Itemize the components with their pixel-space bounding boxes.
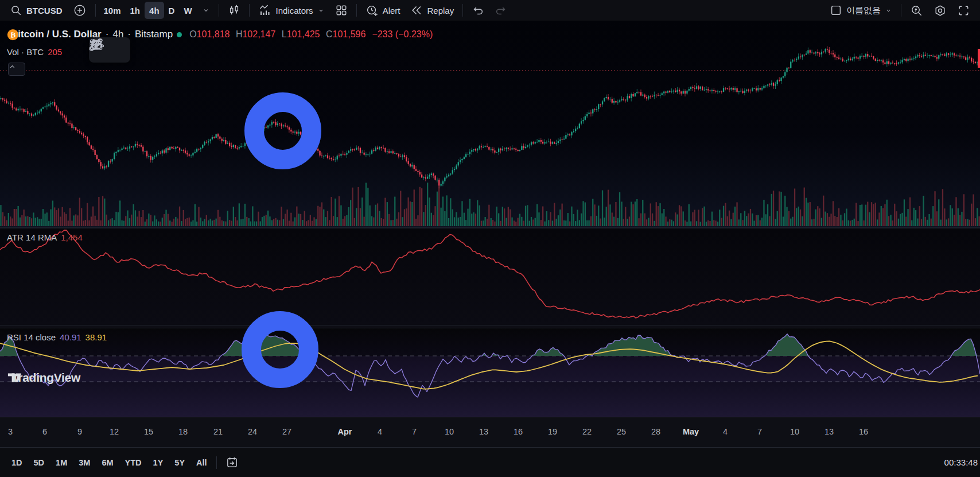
alert-clock-icon — [365, 4, 379, 17]
time-axis-label: 10 — [445, 427, 454, 436]
indicators-label: Indicators — [276, 6, 313, 15]
timeframe-1w-button[interactable]: W — [179, 2, 196, 19]
tool-projection-button[interactable] — [102, 104, 126, 126]
range-ytd-button[interactable]: YTD — [119, 455, 147, 471]
time-axis-label: 3 — [8, 427, 13, 436]
redo-icon — [495, 4, 507, 17]
redo-button[interactable] — [489, 2, 512, 19]
volume-value: 205 — [48, 47, 62, 57]
time-axis-label: 27 — [282, 427, 291, 436]
svg-text:₿: ₿ — [10, 31, 16, 39]
range-5d-button[interactable]: 5D — [28, 455, 50, 471]
tool-long-position-button[interactable] — [102, 61, 126, 83]
toolbar-divider — [356, 4, 357, 17]
time-axis-label: 28 — [651, 427, 660, 436]
symbol-legend[interactable]: ₿ Bitcoin / U.S. Dollar · 4h · Bitstamp … — [7, 29, 433, 40]
time-axis-label: 10 — [790, 427, 799, 436]
candlestick-pane[interactable]: ₿ Bitcoin / U.S. Dollar · 4h · Bitstamp … — [0, 21, 980, 227]
replay-button[interactable]: Replay — [405, 2, 459, 19]
rsi-legend[interactable]: RSI 14 close 40.91 38.91 — [7, 332, 107, 342]
toolbar-divider — [462, 4, 463, 17]
timeframe-1h-button[interactable]: 1h — [126, 2, 145, 19]
watermark-text: TradingView — [11, 371, 80, 385]
chevron-down-icon — [885, 7, 892, 14]
alert-label: Alert — [383, 6, 400, 15]
pane-separator[interactable] — [0, 325, 980, 328]
session-countdown[interactable]: 00:33:48 — [944, 457, 978, 467]
range-all-button[interactable]: All — [190, 455, 213, 471]
undo-icon — [472, 4, 484, 17]
timeframe-menu-button[interactable] — [197, 2, 215, 19]
tool-elliott-wave-button[interactable]: 15 — [102, 39, 126, 61]
volume-legend[interactable]: Vol · BTC 205 — [7, 47, 62, 57]
go-to-date-button[interactable] — [220, 454, 244, 471]
fullscreen-button[interactable] — [952, 2, 975, 19]
time-axis-label: 25 — [617, 427, 626, 436]
alert-button[interactable]: Alert — [360, 2, 406, 19]
legend-exchange: Bitstamp — [135, 29, 173, 40]
time-axis-label: 19 — [548, 427, 557, 436]
tool-xabcd-pattern-button[interactable] — [102, 21, 126, 39]
chart-style-button[interactable] — [223, 2, 246, 19]
atr-legend[interactable]: ATR 14 RMA 1,454 — [7, 232, 83, 242]
compare-add-button[interactable] — [68, 2, 92, 19]
timeframe-10m-button[interactable]: 10m — [99, 2, 126, 19]
plus-circle-icon — [73, 3, 87, 17]
time-axis-label: 4 — [723, 427, 728, 436]
toolbar-divider — [249, 4, 250, 17]
layout-name-label: 이름없음 — [846, 5, 881, 16]
range-1m-button[interactable]: 1M — [50, 455, 73, 471]
symbol-search-button[interactable]: BTCUSD — [5, 2, 68, 19]
time-axis[interactable]: 369121518212427Apr4710131619222528May471… — [0, 417, 980, 447]
pane-separator[interactable] — [0, 227, 980, 228]
rsi-value: 40.91 — [60, 332, 81, 342]
rsi-pane[interactable]: RSI 14 close 40.91 38.91 TradingView — [0, 328, 980, 417]
settings-button[interactable] — [928, 2, 952, 19]
tradingview-watermark: TradingView — [7, 371, 80, 385]
annotation-circle — [242, 311, 318, 388]
toolbar-divider — [901, 4, 901, 17]
indicators-button[interactable]: Indicators — [253, 2, 330, 19]
time-axis-label: 13 — [825, 427, 834, 436]
layout-square-icon — [830, 4, 842, 17]
range-1d-button[interactable]: 1D — [6, 455, 28, 471]
replay-icon — [410, 4, 423, 17]
replay-label: Replay — [427, 6, 454, 15]
timeframe-4h-button[interactable]: 4h — [145, 2, 164, 19]
toolbar-divider — [95, 4, 96, 17]
price-label-edge — [978, 49, 980, 68]
collapse-pane-button[interactable] — [8, 63, 25, 76]
tool-abc-pattern-button[interactable]: AC — [102, 83, 126, 104]
time-axis-label: 18 — [178, 427, 188, 436]
range-5y-button[interactable]: 5Y — [169, 455, 190, 471]
undo-button[interactable] — [466, 2, 489, 19]
atr-chart[interactable] — [0, 228, 980, 325]
timeframe-1d-button[interactable]: D — [164, 2, 180, 19]
rsi-chart[interactable] — [0, 328, 980, 417]
candlestick-chart[interactable] — [0, 21, 980, 227]
atr-pane[interactable]: ATR 14 RMA 1,454 — [0, 228, 980, 325]
indicator-templates-button[interactable] — [330, 2, 353, 19]
candlestick-style-icon — [228, 4, 240, 17]
time-axis-label: 21 — [213, 427, 223, 436]
range-buttons: 1D5D1M3M6MYTD1Y5YAll — [6, 455, 213, 471]
time-axis-label: May — [683, 427, 699, 436]
range-6m-button[interactable]: 6M — [96, 455, 119, 471]
range-3m-button[interactable]: 3M — [73, 455, 96, 471]
chevron-down-icon — [202, 6, 210, 14]
chevron-down-icon — [317, 7, 325, 14]
range-1y-button[interactable]: 1Y — [147, 455, 169, 471]
tool-rectangle-button[interactable] — [102, 126, 126, 148]
symbol-label: BTCUSD — [26, 6, 63, 15]
fullscreen-icon — [957, 4, 970, 17]
time-axis-label: 16 — [859, 427, 868, 436]
toolbar-divider — [219, 4, 219, 17]
atr-label: ATR 14 RMA — [7, 232, 57, 242]
volume-label: Vol · BTC — [7, 47, 44, 57]
calendar-goto-icon — [225, 456, 239, 469]
tool-text-button[interactable] — [102, 148, 126, 170]
layout-name-button[interactable]: 이름없음 — [825, 2, 897, 19]
quick-search-button[interactable] — [905, 2, 928, 19]
time-axis-label: 9 — [77, 427, 82, 436]
bottom-toolbar: 1D5D1M3M6MYTD1Y5YAll 00:33:48 — [0, 447, 980, 477]
